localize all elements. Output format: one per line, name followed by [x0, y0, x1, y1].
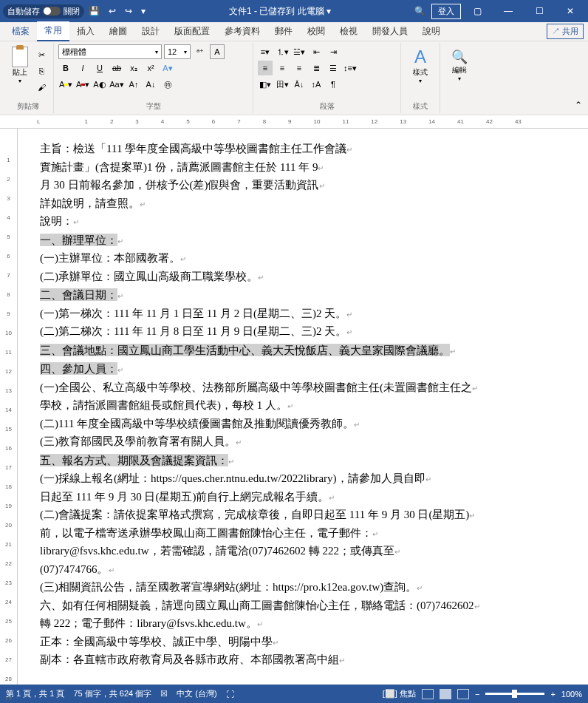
bullets-icon[interactable]: ≡▾ — [258, 44, 273, 59]
doc-title[interactable]: 文件1 - 已儲存到 此電腦 ▾ — [150, 5, 410, 18]
editing-button[interactable]: 🔍 編輯▾ — [445, 44, 474, 86]
spellcheck-icon[interactable]: ☒ — [160, 689, 168, 699]
multilevel-icon[interactable]: ☱▾ — [292, 44, 307, 59]
underline-button[interactable]: U — [92, 61, 107, 75]
char-shading-icon[interactable]: A◐ — [92, 77, 107, 92]
doc-line[interactable]: (二)承辦單位：國立鳳山高級商工職業學校。↵ — [40, 268, 566, 287]
doc-line[interactable]: (一)全國公、私立高級中等學校、法務部所屬高級中等學校圖書館主任(未置圖書館主任… — [40, 379, 566, 398]
collapse-ribbon-icon[interactable]: ⌃ — [572, 97, 585, 113]
zoom-in-button[interactable]: + — [550, 690, 555, 699]
doc-line[interactable]: library@fsvs.khc.edu.tw，若需確認，請電洽(07)7462… — [40, 543, 566, 561]
doc-line[interactable]: 學校，請指派圖書館組長或館員代表)，每校 1 人。↵ — [40, 397, 566, 415]
enclose-char-icon[interactable]: ㊕ — [160, 77, 175, 92]
print-layout-icon[interactable] — [440, 689, 451, 699]
document-page[interactable]: 主旨：檢送「111 學年度全國高級中等學校圖書館主任工作會議↵實施計畫」(含提案… — [18, 129, 588, 685]
line-spacing-icon[interactable]: ↕≡▾ — [343, 61, 358, 75]
shrink-font-icon[interactable]: A↓ — [143, 77, 158, 92]
doc-line[interactable]: (三)教育部國民及學前教育署有關人員。↵ — [40, 433, 566, 452]
doc-line[interactable]: (二)第二梯次：111 年 11 月 8 日至 11 月 9 日(星期二、三)2… — [40, 323, 566, 342]
tab-help[interactable]: 說明 — [415, 22, 448, 41]
tab-file[interactable]: 檔案 — [4, 22, 37, 41]
doc-line[interactable]: (三)相關資訊公告，請至國教署宣導網站(網址：https://pro.k12ea… — [40, 579, 566, 597]
language-indicator[interactable]: 中文 (台灣) — [177, 688, 216, 699]
increase-indent-icon[interactable]: ⇥ — [326, 44, 341, 59]
accessibility-icon[interactable]: ⛶ — [226, 690, 234, 699]
horizontal-ruler[interactable]: L1234567891011121314414243 — [0, 115, 588, 129]
doc-line[interactable]: 前，以電子檔寄送承辦學校鳳山商工圖書館陳怡心主任，電子郵件：↵ — [40, 525, 566, 543]
sort-icon[interactable]: Â↓ — [292, 77, 307, 92]
doc-line[interactable]: 五、報名方式、期限及會議提案資訊：↵ — [40, 452, 566, 471]
italic-button[interactable]: I — [75, 61, 90, 75]
char-border-icon[interactable]: A — [210, 44, 225, 59]
cut-icon[interactable]: ✂ — [34, 47, 49, 62]
change-case-icon[interactable]: Aa▾ — [109, 77, 124, 92]
tab-developer[interactable]: 開發人員 — [365, 22, 415, 41]
doc-line[interactable]: 六、如有任何相關疑義，請逕向國立鳳山商工圖書館陳怡心主任，聯絡電話：(07)74… — [40, 597, 566, 616]
numbering-icon[interactable]: ⒈▾ — [275, 44, 290, 59]
phonetic-guide-icon[interactable]: ᵃ⁺ — [193, 44, 208, 59]
show-marks-icon[interactable]: ¶ — [326, 77, 341, 92]
minimize-button[interactable]: — — [493, 3, 523, 19]
doc-line[interactable]: 轉 222；電子郵件：library@fsvs.khc.edu.tw。↵ — [40, 615, 566, 634]
decrease-indent-icon[interactable]: ⇤ — [309, 44, 324, 59]
doc-line[interactable]: 二、會議日期：↵ — [40, 286, 566, 305]
doc-line[interactable]: 三、會議地點：國立鳳山商工學生活動中心、義大天悅飯店、義大皇家國際會議廳。↵ — [40, 342, 566, 361]
doc-line[interactable]: 詳如說明，請查照。↵ — [40, 195, 566, 214]
zoom-out-button[interactable]: − — [475, 690, 479, 699]
doc-line[interactable]: (一)主辦單位：本部國教署。↵ — [40, 250, 566, 268]
read-mode-icon[interactable] — [422, 689, 434, 699]
doc-line[interactable]: 副本：各直轄市政府教育局及各縣市政府、本部國教署高中組↵ — [40, 651, 566, 670]
tab-references[interactable]: 參考資料 — [217, 22, 267, 41]
tab-draw[interactable]: 繪圖 — [102, 22, 134, 41]
undo-icon[interactable]: ↩ — [104, 6, 120, 16]
tab-mail[interactable]: 郵件 — [267, 22, 300, 41]
redo-icon[interactable]: ↪ — [120, 6, 137, 16]
doc-line[interactable]: 月 30 日前報名參加，併核予公(差)假與會，重要活動資訊↵ — [40, 177, 566, 195]
vertical-ruler[interactable]: 1234567891011121314151617181920212223242… — [0, 129, 18, 685]
bold-button[interactable]: B — [58, 61, 73, 75]
styles-button[interactable]: A 樣式▾ — [406, 44, 435, 86]
doc-line[interactable]: (一)第一梯次：111 年 11 月 1 日至 11 月 2 日(星期二、三)2… — [40, 305, 566, 324]
doc-line[interactable]: (一)採線上報名(網址：https://ques.cher.ntnu.edu.t… — [40, 470, 566, 489]
page-indicator[interactable]: 第 1 頁，共 1 頁 — [6, 688, 64, 699]
close-button[interactable]: ✕ — [555, 3, 585, 19]
text-direction-icon[interactable]: ↕A — [309, 77, 324, 92]
save-icon[interactable]: 💾 — [84, 6, 104, 16]
highlight-button[interactable]: A▾ — [58, 77, 73, 92]
subscript-button[interactable]: x₂ — [126, 61, 141, 75]
paste-button[interactable]: 貼上▾ — [7, 44, 33, 86]
zoom-level[interactable]: 100% — [561, 690, 582, 699]
align-right-icon[interactable]: ≡ — [292, 61, 307, 75]
maximize-button[interactable]: ☐ — [524, 3, 554, 19]
doc-line[interactable]: 實施計畫」(含提案單)1 份，請薦派圖書館主任於 111 年 9↵ — [40, 159, 566, 177]
tab-design[interactable]: 設計 — [134, 22, 167, 41]
grow-font-icon[interactable]: A↑ — [126, 77, 141, 92]
font-size-select[interactable]: 12 — [164, 44, 191, 59]
login-button[interactable]: 登入 — [431, 4, 461, 19]
tab-home[interactable]: 常用 — [37, 21, 69, 41]
tab-view[interactable]: 檢視 — [332, 22, 365, 41]
doc-line[interactable]: 一、辦理單位：↵ — [40, 231, 566, 251]
borders-icon[interactable]: 田▾ — [275, 77, 290, 92]
tab-layout[interactable]: 版面配置 — [167, 22, 217, 41]
autosave-toggle[interactable]: 自動儲存 關閉 — [3, 4, 84, 18]
copy-icon[interactable]: ⎘ — [34, 64, 49, 78]
focus-mode[interactable]: [⬜] 焦點 — [383, 688, 416, 699]
doc-line[interactable]: (07)7474766。↵ — [40, 561, 566, 580]
zoom-slider[interactable] — [485, 693, 544, 695]
strike-button[interactable]: ab — [109, 61, 124, 75]
share-button[interactable]: ↗ 共用 — [547, 24, 584, 39]
align-left-icon[interactable]: ≡ — [258, 61, 273, 75]
doc-line[interactable]: 四、參加人員：↵ — [40, 360, 566, 379]
align-center-icon[interactable]: ≡ — [275, 61, 290, 75]
shading-icon[interactable]: ◧▾ — [258, 77, 273, 92]
justify-icon[interactable]: ≣ — [309, 61, 324, 75]
tab-insert[interactable]: 插入 — [69, 22, 102, 41]
web-layout-icon[interactable] — [457, 689, 469, 699]
doc-line[interactable]: (二)會議提案：請依提案單格式撰寫，完成核章後，自即日起至 111 年 9 月 … — [40, 506, 566, 525]
format-painter-icon[interactable]: 🖌 — [34, 80, 49, 95]
superscript-button[interactable]: x² — [143, 61, 158, 75]
word-count[interactable]: 75 個字，共 624 個字 — [73, 688, 151, 699]
doc-line[interactable]: 主旨：檢送「111 學年度全國高級中等學校圖書館主任工作會議↵ — [40, 140, 566, 159]
search-icon[interactable]: 🔍 — [410, 6, 430, 16]
